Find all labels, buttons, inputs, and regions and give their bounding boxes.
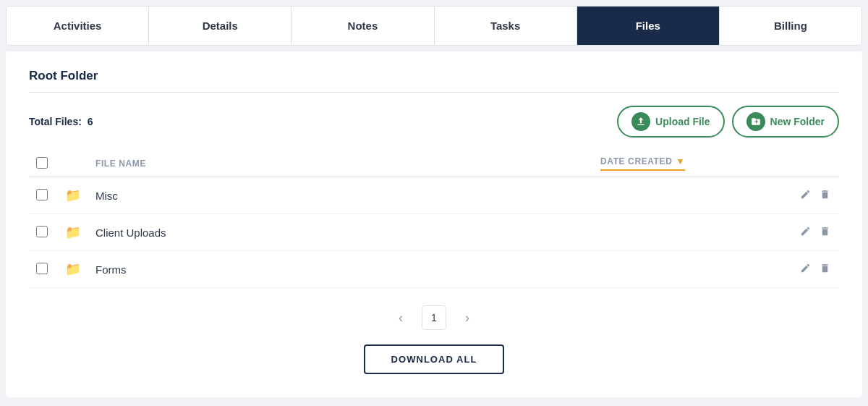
file-name-cell: Forms	[88, 251, 593, 288]
total-files-label: Total Files: 6	[29, 116, 93, 127]
pagination: ‹ 1 ›	[29, 305, 839, 330]
table-row: 📁 Client Uploads	[29, 214, 839, 251]
toolbar: Total Files: 6 Upload File New Folder	[29, 106, 839, 138]
upload-icon	[631, 112, 650, 131]
folder-icon: 📁	[65, 225, 81, 240]
table-row: 📁 Misc	[29, 177, 839, 214]
row-actions	[788, 187, 832, 203]
select-all-checkbox[interactable]	[36, 157, 48, 169]
download-all-wrapper: DOWNLOAD ALL	[29, 344, 839, 374]
edit-button[interactable]	[799, 187, 812, 203]
delete-button[interactable]	[818, 224, 832, 240]
row-checkbox[interactable]	[36, 263, 48, 274]
delete-button[interactable]	[818, 187, 832, 203]
folder-icon: 📁	[65, 188, 81, 203]
tab-billing[interactable]: Billing	[720, 7, 861, 45]
page-number[interactable]: 1	[422, 305, 446, 330]
prev-page-button[interactable]: ‹	[393, 308, 409, 329]
row-actions	[788, 224, 832, 240]
file-name-cell: Misc	[88, 177, 593, 214]
section-title: Root Folder	[29, 69, 839, 83]
file-table: FILE NAME DATE CREATED ▼ 📁 Misc	[29, 151, 839, 288]
upload-file-button[interactable]: Upload File	[617, 106, 724, 138]
edit-button[interactable]	[799, 261, 812, 277]
new-folder-button[interactable]: New Folder	[732, 106, 839, 138]
edit-button[interactable]	[799, 224, 812, 240]
row-checkbox[interactable]	[36, 189, 48, 200]
folder-icon: 📁	[65, 262, 81, 276]
folder-plus-icon	[746, 112, 765, 131]
toolbar-actions: Upload File New Folder	[617, 106, 839, 138]
tab-activities[interactable]: Activities	[7, 7, 149, 45]
tab-bar: Activities Details Notes Tasks Files Bil…	[6, 6, 862, 46]
next-page-button[interactable]: ›	[459, 308, 475, 329]
sort-arrow-icon: ▼	[676, 156, 684, 166]
date-created-cell	[593, 214, 781, 251]
tab-notes[interactable]: Notes	[292, 7, 434, 45]
download-all-button[interactable]: DOWNLOAD ALL	[364, 344, 505, 374]
date-created-cell	[593, 177, 781, 214]
row-checkbox[interactable]	[36, 226, 48, 237]
file-name-cell: Client Uploads	[88, 214, 593, 251]
row-actions	[788, 261, 832, 277]
section-divider	[29, 92, 839, 93]
main-content: Root Folder Total Files: 6 Upload File	[6, 51, 862, 397]
tab-tasks[interactable]: Tasks	[435, 7, 577, 45]
table-row: 📁 Forms	[29, 251, 839, 288]
delete-button[interactable]	[818, 261, 832, 277]
tab-files[interactable]: Files	[577, 7, 720, 45]
tab-details[interactable]: Details	[149, 7, 292, 45]
date-created-header[interactable]: DATE CREATED ▼	[600, 156, 685, 171]
date-created-cell	[593, 251, 781, 288]
